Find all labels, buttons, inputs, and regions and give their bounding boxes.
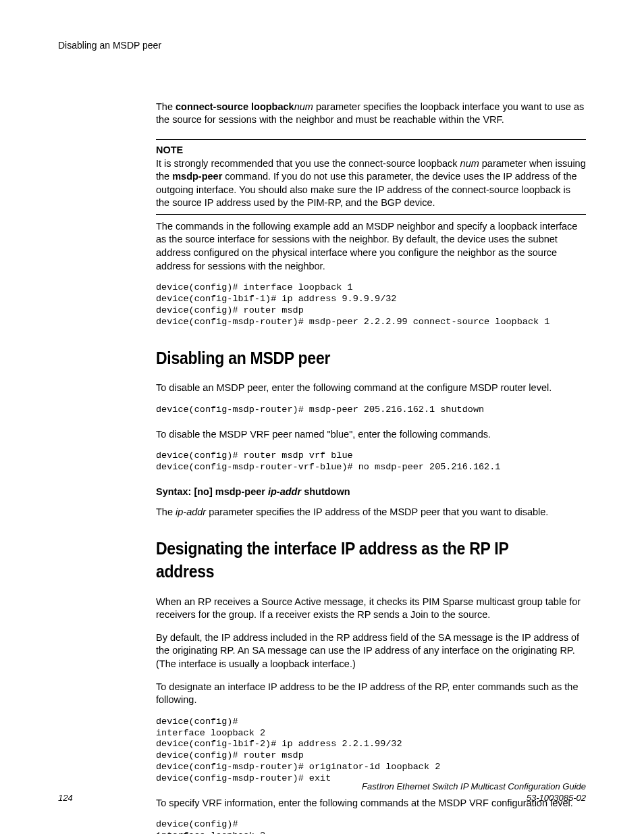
text: parameter specifies the IP address of th… — [206, 506, 548, 517]
paragraph: By default, the IP address included in t… — [156, 631, 586, 671]
paragraph: To designate an interface IP address to … — [156, 681, 586, 707]
code-block: device(config-msdp-router)# msdp-peer 20… — [156, 405, 586, 416]
rule-top — [156, 139, 586, 140]
rule-bottom — [156, 214, 586, 215]
page-number: 124 — [58, 792, 73, 804]
code-block: device(config)# interface loopback 2 dev… — [156, 716, 586, 785]
syntax-ipaddr: ip-addr — [268, 486, 301, 497]
paragraph: The commands in the following example ad… — [156, 220, 586, 273]
section-heading-disabling: Disabling an MSDP peer — [156, 347, 552, 370]
syntax-suffix: shutdown — [301, 486, 350, 497]
paragraph: To disable the MSDP VRF peer named "blue… — [156, 428, 586, 442]
term-num: num — [460, 158, 479, 169]
footer-docid: 53-1003085-02 — [362, 792, 586, 804]
intro-paragraph: The connect-source loopbacknum parameter… — [156, 101, 586, 127]
term-ipaddr: ip-addr — [176, 506, 206, 517]
text: The — [156, 101, 176, 112]
code-block: device(config)# interface loopback 2 dev… — [156, 819, 586, 834]
term-connect-source: connect-source loopback — [176, 101, 294, 112]
note-label: NOTE — [156, 144, 586, 157]
syntax-line: Syntax: [no] msdp-peer ip-addr shutdown — [156, 486, 586, 499]
syntax-prefix: Syntax: [no] msdp-peer — [156, 486, 268, 497]
footer-right: FastIron Ethernet Switch IP Multicast Co… — [362, 781, 586, 804]
term-msdp-peer: msdp-peer — [172, 171, 222, 182]
main-content: The connect-source loopbacknum parameter… — [156, 101, 586, 834]
code-block: device(config)# interface loopback 1 dev… — [156, 282, 586, 328]
term-num: num — [294, 101, 313, 112]
code-block: device(config)# router msdp vrf blue dev… — [156, 450, 586, 473]
note-block: NOTE It is strongly recommended that you… — [156, 139, 586, 215]
paragraph: When an RP receives a Source Active mess… — [156, 596, 586, 622]
footer-title: FastIron Ethernet Switch IP Multicast Co… — [362, 781, 586, 793]
page-container: Disabling an MSDP peer The connect-sourc… — [0, 0, 644, 834]
paragraph: The ip-addr parameter specifies the IP a… — [156, 506, 586, 519]
running-head: Disabling an MSDP peer — [58, 39, 586, 52]
paragraph: To disable an MSDP peer, enter the follo… — [156, 382, 586, 395]
text: The — [156, 506, 176, 517]
note-body: It is strongly recommended that you use … — [156, 157, 586, 210]
section-heading-designating: Designating the interface IP address as … — [156, 538, 552, 583]
text: It is strongly recommended that you use … — [156, 158, 460, 169]
page-footer: 124 FastIron Ethernet Switch IP Multicas… — [58, 781, 586, 804]
